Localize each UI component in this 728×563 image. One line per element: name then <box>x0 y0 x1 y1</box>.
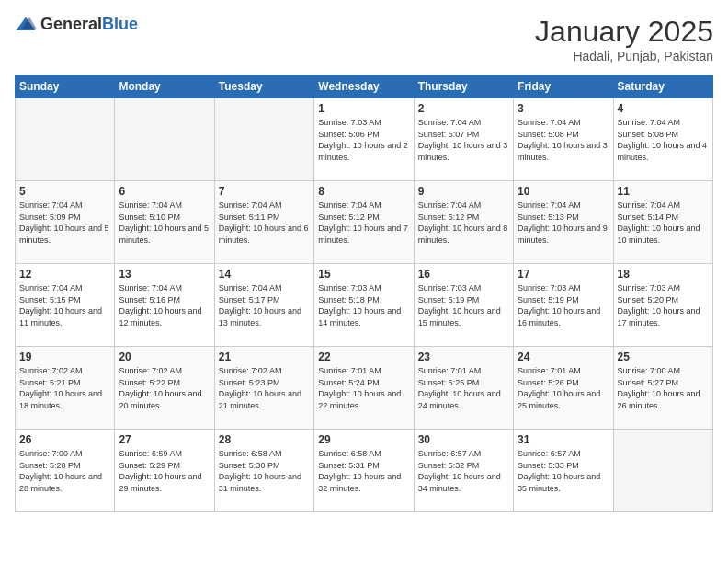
calendar-cell: 18Sunrise: 7:03 AMSunset: 5:20 PMDayligh… <box>613 264 712 347</box>
calendar-cell: 20Sunrise: 7:02 AMSunset: 5:22 PMDayligh… <box>115 347 214 430</box>
calendar-cell: 9Sunrise: 7:04 AMSunset: 5:12 PMDaylight… <box>414 181 513 264</box>
day-number: 22 <box>318 350 409 363</box>
calendar-cell: 11Sunrise: 7:04 AMSunset: 5:14 PMDayligh… <box>613 181 712 264</box>
day-info: Sunrise: 7:04 AMSunset: 5:09 PMDaylight:… <box>19 200 110 246</box>
calendar-week-row: 26Sunrise: 7:00 AMSunset: 5:28 PMDayligh… <box>16 430 713 512</box>
calendar-cell: 21Sunrise: 7:02 AMSunset: 5:23 PMDayligh… <box>214 347 313 430</box>
day-info: Sunrise: 7:03 AMSunset: 5:19 PMDaylight:… <box>518 282 609 328</box>
day-info: Sunrise: 7:01 AMSunset: 5:25 PMDaylight:… <box>418 365 509 411</box>
calendar-cell: 3Sunrise: 7:04 AMSunset: 5:08 PMDaylight… <box>514 98 613 181</box>
day-info: Sunrise: 7:04 AMSunset: 5:08 PMDaylight:… <box>518 117 609 163</box>
calendar-cell: 1Sunrise: 7:03 AMSunset: 5:06 PMDaylight… <box>314 98 414 181</box>
calendar-cell <box>115 98 214 181</box>
calendar-cell: 24Sunrise: 7:01 AMSunset: 5:26 PMDayligh… <box>514 347 613 430</box>
day-number: 28 <box>219 433 310 446</box>
day-info: Sunrise: 7:01 AMSunset: 5:26 PMDaylight:… <box>518 365 609 411</box>
weekday-header: Thursday <box>414 75 513 98</box>
day-number: 12 <box>19 268 110 281</box>
day-number: 30 <box>418 433 509 446</box>
day-number: 5 <box>19 185 110 198</box>
calendar-cell: 26Sunrise: 7:00 AMSunset: 5:28 PMDayligh… <box>16 430 115 512</box>
day-number: 29 <box>318 433 409 446</box>
day-number: 4 <box>618 102 709 115</box>
calendar-cell: 8Sunrise: 7:04 AMSunset: 5:12 PMDaylight… <box>314 181 414 264</box>
day-info: Sunrise: 7:04 AMSunset: 5:11 PMDaylight:… <box>219 200 310 246</box>
day-info: Sunrise: 6:58 AMSunset: 5:30 PMDaylight:… <box>219 448 310 494</box>
day-number: 1 <box>318 102 409 115</box>
day-number: 10 <box>518 185 609 198</box>
day-number: 18 <box>618 268 709 281</box>
day-number: 7 <box>219 185 310 198</box>
calendar-cell: 17Sunrise: 7:03 AMSunset: 5:19 PMDayligh… <box>514 264 613 347</box>
day-info: Sunrise: 7:04 AMSunset: 5:14 PMDaylight:… <box>618 200 709 246</box>
day-number: 31 <box>518 433 609 446</box>
day-number: 14 <box>219 268 310 281</box>
calendar-cell: 19Sunrise: 7:02 AMSunset: 5:21 PMDayligh… <box>16 347 115 430</box>
day-info: Sunrise: 6:58 AMSunset: 5:31 PMDaylight:… <box>318 448 409 494</box>
day-number: 23 <box>418 350 509 363</box>
calendar-week-row: 5Sunrise: 7:04 AMSunset: 5:09 PMDaylight… <box>16 181 713 264</box>
day-number: 9 <box>418 185 509 198</box>
day-info: Sunrise: 7:04 AMSunset: 5:15 PMDaylight:… <box>19 282 110 328</box>
day-number: 26 <box>19 433 110 446</box>
calendar-cell <box>214 98 313 181</box>
day-info: Sunrise: 7:02 AMSunset: 5:21 PMDaylight:… <box>19 365 110 411</box>
title-area: January 2025 Hadali, Punjab, Pakistan <box>535 15 713 63</box>
day-info: Sunrise: 6:59 AMSunset: 5:29 PMDaylight:… <box>119 448 210 494</box>
calendar-title: January 2025 <box>535 15 713 49</box>
day-info: Sunrise: 6:57 AMSunset: 5:32 PMDaylight:… <box>418 448 509 494</box>
calendar-cell: 10Sunrise: 7:04 AMSunset: 5:13 PMDayligh… <box>514 181 613 264</box>
day-info: Sunrise: 7:00 AMSunset: 5:27 PMDaylight:… <box>618 365 709 411</box>
day-info: Sunrise: 7:04 AMSunset: 5:13 PMDaylight:… <box>518 200 609 246</box>
day-info: Sunrise: 7:04 AMSunset: 5:12 PMDaylight:… <box>318 200 409 246</box>
day-number: 17 <box>518 268 609 281</box>
weekday-header: Monday <box>115 75 214 98</box>
calendar-body: 1Sunrise: 7:03 AMSunset: 5:06 PMDaylight… <box>16 98 713 512</box>
day-info: Sunrise: 6:57 AMSunset: 5:33 PMDaylight:… <box>518 448 609 494</box>
day-info: Sunrise: 7:04 AMSunset: 5:08 PMDaylight:… <box>618 117 709 163</box>
calendar-cell: 16Sunrise: 7:03 AMSunset: 5:19 PMDayligh… <box>414 264 513 347</box>
weekday-header: Friday <box>514 75 613 98</box>
page-header: GeneralBlue January 2025 Hadali, Punjab,… <box>15 15 713 63</box>
day-number: 11 <box>618 185 709 198</box>
calendar-cell: 31Sunrise: 6:57 AMSunset: 5:33 PMDayligh… <box>514 430 613 512</box>
logo-text-blue: Blue <box>102 15 138 33</box>
logo-text-general: General <box>40 15 102 33</box>
calendar-cell: 28Sunrise: 6:58 AMSunset: 5:30 PMDayligh… <box>214 430 313 512</box>
calendar-week-row: 1Sunrise: 7:03 AMSunset: 5:06 PMDaylight… <box>16 98 713 181</box>
calendar-cell: 30Sunrise: 6:57 AMSunset: 5:32 PMDayligh… <box>414 430 513 512</box>
calendar-cell: 2Sunrise: 7:04 AMSunset: 5:07 PMDaylight… <box>414 98 513 181</box>
calendar-cell: 22Sunrise: 7:01 AMSunset: 5:24 PMDayligh… <box>314 347 414 430</box>
day-info: Sunrise: 7:03 AMSunset: 5:18 PMDaylight:… <box>318 282 409 328</box>
calendar-cell: 25Sunrise: 7:00 AMSunset: 5:27 PMDayligh… <box>613 347 712 430</box>
day-number: 15 <box>318 268 409 281</box>
calendar-cell: 13Sunrise: 7:04 AMSunset: 5:16 PMDayligh… <box>115 264 214 347</box>
day-info: Sunrise: 7:02 AMSunset: 5:22 PMDaylight:… <box>119 365 210 411</box>
calendar-cell: 15Sunrise: 7:03 AMSunset: 5:18 PMDayligh… <box>314 264 414 347</box>
calendar-cell: 12Sunrise: 7:04 AMSunset: 5:15 PMDayligh… <box>16 264 115 347</box>
calendar-cell: 23Sunrise: 7:01 AMSunset: 5:25 PMDayligh… <box>414 347 513 430</box>
day-number: 19 <box>19 350 110 363</box>
calendar-cell: 4Sunrise: 7:04 AMSunset: 5:08 PMDaylight… <box>613 98 712 181</box>
day-info: Sunrise: 7:04 AMSunset: 5:10 PMDaylight:… <box>119 200 210 246</box>
day-info: Sunrise: 7:04 AMSunset: 5:12 PMDaylight:… <box>418 200 509 246</box>
calendar-cell: 27Sunrise: 6:59 AMSunset: 5:29 PMDayligh… <box>115 430 214 512</box>
day-number: 3 <box>518 102 609 115</box>
day-number: 2 <box>418 102 509 115</box>
calendar-cell: 6Sunrise: 7:04 AMSunset: 5:10 PMDaylight… <box>115 181 214 264</box>
day-number: 8 <box>318 185 409 198</box>
day-info: Sunrise: 7:01 AMSunset: 5:24 PMDaylight:… <box>318 365 409 411</box>
calendar-cell: 7Sunrise: 7:04 AMSunset: 5:11 PMDaylight… <box>214 181 313 264</box>
calendar-week-row: 12Sunrise: 7:04 AMSunset: 5:15 PMDayligh… <box>16 264 713 347</box>
day-number: 25 <box>618 350 709 363</box>
weekday-header: Wednesday <box>314 75 414 98</box>
calendar-cell <box>16 98 115 181</box>
day-info: Sunrise: 7:04 AMSunset: 5:16 PMDaylight:… <box>119 282 210 328</box>
day-info: Sunrise: 7:00 AMSunset: 5:28 PMDaylight:… <box>19 448 110 494</box>
calendar-cell: 29Sunrise: 6:58 AMSunset: 5:31 PMDayligh… <box>314 430 414 512</box>
weekday-header: Sunday <box>16 75 115 98</box>
weekday-header: Tuesday <box>214 75 313 98</box>
logo: GeneralBlue <box>15 15 138 34</box>
calendar-cell: 5Sunrise: 7:04 AMSunset: 5:09 PMDaylight… <box>16 181 115 264</box>
day-number: 21 <box>219 350 310 363</box>
